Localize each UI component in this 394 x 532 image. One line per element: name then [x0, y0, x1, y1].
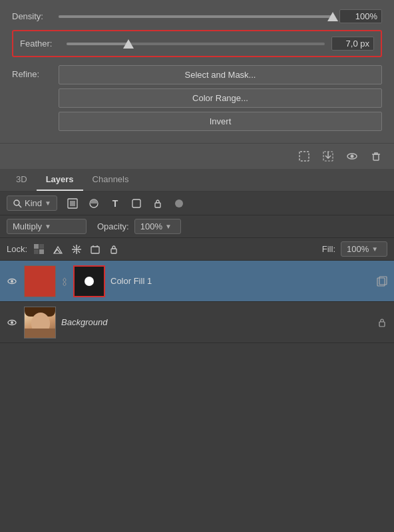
load-selection-icon[interactable]	[321, 149, 335, 164]
main-panel: Density: 100% Feather: 7,0 px	[0, 0, 394, 532]
marquee-icon[interactable]	[297, 149, 311, 164]
svg-rect-16	[39, 249, 44, 254]
top-section: Density: 100% Feather: 7,0 px	[0, 0, 394, 143]
density-label: Density:	[12, 11, 59, 21]
svg-rect-13	[34, 244, 39, 249]
tab-channels[interactable]: Channels	[83, 169, 138, 191]
eye-icon[interactable]	[345, 149, 359, 164]
svg-rect-24	[111, 249, 116, 253]
filter-lock-icon[interactable]	[150, 196, 165, 211]
filter-kind-caret: ▼	[45, 200, 51, 207]
filter-adjustment-icon[interactable]	[87, 196, 101, 211]
layer-visibility-color-fill[interactable]	[5, 275, 19, 288]
svg-line-19	[73, 246, 75, 248]
density-slider-track	[59, 15, 333, 18]
color-fill-swatch	[25, 266, 55, 297]
layer-name-color-fill: Color Fill 1	[110, 276, 370, 286]
opacity-label: Opacity:	[97, 221, 129, 231]
svg-rect-31	[379, 322, 385, 327]
feather-label: Feather:	[20, 39, 67, 49]
layer-chain-icon	[61, 277, 68, 286]
trash-icon[interactable]	[369, 149, 383, 164]
svg-line-21	[73, 251, 75, 253]
density-value[interactable]: 100%	[339, 9, 382, 23]
tabs-bar: 3D Layers Channels	[0, 169, 394, 192]
opacity-value: 100%	[140, 221, 162, 231]
svg-point-12	[175, 200, 183, 207]
search-icon	[13, 199, 22, 208]
color-range-button[interactable]: Color Range...	[59, 88, 382, 108]
filter-kind-dropdown[interactable]: Kind ▼	[7, 196, 57, 211]
svg-rect-11	[155, 203, 160, 207]
blend-mode-value: Multiply	[13, 221, 42, 231]
filter-shape-icon[interactable]	[129, 196, 144, 211]
feather-row: Feather: 7,0 px	[20, 37, 374, 51]
layer-mask-color-fill[interactable]	[73, 265, 105, 297]
opacity-caret: ▼	[165, 223, 172, 230]
filter-pixel-icon[interactable]	[65, 196, 80, 211]
blend-mode-dropdown[interactable]: Multiply ▼	[7, 219, 87, 234]
svg-rect-4	[373, 154, 379, 160]
layer-thumb-color-fill	[24, 265, 56, 297]
filter-type-icons: T	[65, 196, 186, 211]
opacity-dropdown[interactable]: 100% ▼	[134, 219, 181, 234]
layer-row-color-fill-1[interactable]: Color Fill 1	[0, 261, 394, 302]
invert-button[interactable]: Invert	[59, 112, 382, 131]
density-slider-fill	[59, 15, 333, 18]
layers-panel: Kind ▼ T	[0, 192, 394, 532]
lock-image-icon[interactable]	[51, 243, 65, 256]
density-row: Density: 100%	[12, 9, 382, 23]
refine-label: Refine:	[12, 65, 59, 79]
svg-rect-15	[34, 249, 39, 254]
svg-rect-8	[70, 201, 75, 206]
layer-copy-badge-color-fill[interactable]	[375, 275, 389, 288]
fill-caret: ▼	[371, 245, 378, 253]
filter-type-icon[interactable]: T	[108, 196, 122, 211]
layer-row-background[interactable]: Background	[0, 302, 394, 343]
filter-kind-label: Kind	[25, 198, 42, 208]
svg-line-22	[78, 251, 80, 253]
lock-all-icon[interactable]	[107, 243, 120, 256]
layer-name-background: Background	[61, 317, 370, 327]
feather-slider-fill	[67, 43, 128, 45]
lock-label: Lock:	[7, 244, 27, 254]
feather-value[interactable]: 7,0 px	[331, 37, 374, 51]
lock-transparent-icon[interactable]	[33, 243, 46, 256]
select-and-mask-button[interactable]: Select and Mask...	[59, 65, 382, 84]
fill-label: Fill:	[322, 244, 335, 254]
filter-row: Kind ▼ T	[0, 192, 394, 215]
svg-rect-14	[39, 244, 44, 249]
tab-layers[interactable]: Layers	[37, 169, 83, 191]
svg-point-3	[351, 155, 354, 158]
tab-3d[interactable]: 3D	[7, 169, 37, 191]
svg-point-26	[11, 280, 13, 283]
layer-thumb-background	[24, 307, 56, 338]
lock-position-icon[interactable]	[70, 243, 83, 256]
density-slider-thumb[interactable]	[327, 12, 338, 21]
filter-circle-icon[interactable]	[172, 196, 186, 211]
density-slider-container[interactable]	[59, 10, 333, 23]
fill-dropdown[interactable]: 100% ▼	[341, 241, 387, 257]
blend-mode-caret: ▼	[45, 223, 51, 230]
svg-rect-0	[299, 152, 309, 161]
lock-row: Lock:	[0, 238, 394, 261]
feather-highlight: Feather: 7,0 px	[12, 30, 382, 57]
feather-slider-track	[67, 43, 325, 45]
mask-dot	[85, 277, 94, 286]
feather-slider-thumb[interactable]	[123, 39, 134, 49]
lock-artboard-icon[interactable]	[89, 243, 102, 256]
svg-line-20	[78, 246, 80, 248]
feather-slider-container[interactable]	[67, 37, 325, 51]
fill-value: 100%	[347, 244, 369, 254]
refine-section: Refine: Select and Mask... Color Range..…	[12, 65, 382, 131]
refine-buttons: Select and Mask... Color Range... Invert	[59, 65, 382, 131]
svg-line-6	[19, 205, 21, 207]
svg-point-5	[14, 200, 19, 205]
svg-rect-23	[91, 247, 99, 253]
svg-rect-10	[132, 200, 140, 207]
toolbar-icons-row	[0, 143, 394, 169]
svg-point-30	[11, 321, 13, 324]
layer-lock-background	[375, 316, 389, 329]
layer-visibility-background[interactable]	[5, 316, 19, 329]
blend-mode-row: Multiply ▼ Opacity: 100% ▼	[0, 215, 394, 238]
